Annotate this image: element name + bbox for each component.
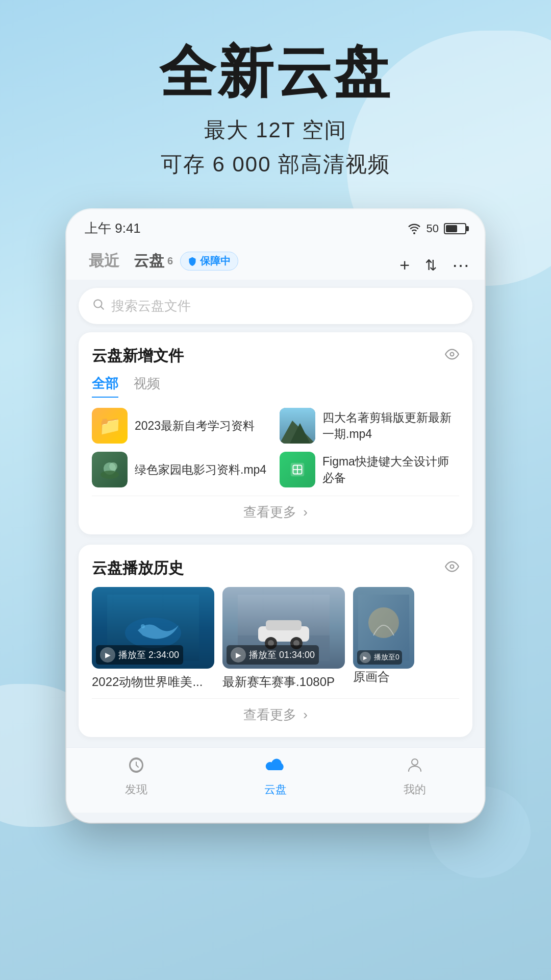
app-content: 最近 云盘 6 保障中 + ⇅ ⋯ [66,242,485,823]
history-item-1[interactable]: ▶ 播放至 2:34:00 2022动物世界唯美... [92,587,214,690]
new-files-card: 云盘新增文件 全部 视频 📁 2023最新自考学习资料 [79,332,472,534]
play-badge-1: ▶ 播放至 2:34:00 [96,645,183,665]
security-label: 保障中 [200,254,231,268]
history-thumb-1: ▶ 播放至 2:34:00 [92,587,214,669]
add-button[interactable]: + [399,255,410,275]
battery-icon [444,223,466,234]
file-item-1[interactable]: 📁 2023最新自考学习资料 [92,408,271,444]
progress-1: 播放至 2:34:00 [118,649,179,661]
history-video-title-2: 最新赛车赛事.1080P [222,674,345,690]
folder-icon: 📁 [92,408,128,444]
new-files-title: 云盘新增文件 [92,346,184,366]
hero-title: 全新云盘 [0,41,551,103]
cloud-nav-icon [264,756,287,779]
phone-mockup: 上午 9:41 50 最近 云盘 6 保障中 [66,209,485,823]
figma-icon [280,452,315,487]
hero-subtitle: 最大 12T 空间 可存 6 000 部高清视频 [0,113,551,181]
svg-point-25 [368,607,399,638]
search-icon [92,298,105,314]
svg-point-26 [412,759,418,765]
file-tabs: 全部 视频 [92,375,459,398]
status-bar: 上午 9:41 50 [66,209,485,242]
file-name-3: 绿色家园电影习资料.mp4 [135,461,266,478]
history-card: 云盘播放历史 [79,545,472,737]
svg-point-1 [450,353,454,356]
file-name-1: 2023最新自考学习资料 [135,418,255,434]
history-item-3[interactable]: ▶ 播放至0 原画合 [353,587,414,690]
history-title: 云盘播放历史 [92,558,184,579]
discover-icon [127,756,145,779]
nav-item-cloud[interactable]: 云盘 [206,756,345,797]
tab-cloud[interactable]: 云盘 6 保障中 [127,251,245,280]
sort-button[interactable]: ⇅ [425,257,437,274]
history-thumb-3: ▶ 播放至0 [353,587,414,669]
search-bar[interactable]: 搜索云盘文件 [79,288,472,324]
progress-2: 播放至 01:34:00 [249,649,315,661]
tab-recent[interactable]: 最近 [82,251,127,280]
file-item-2[interactable]: 四大名著剪辑版更新最新一期.mp4 [280,408,459,444]
file-name-4: Figma快捷键大全设计师必备 [322,453,459,486]
search-placeholder: 搜索云盘文件 [111,297,191,315]
play-btn-2: ▶ [231,647,246,663]
see-more-arrow: › [303,504,308,520]
history-see-more-arrow: › [303,707,308,722]
progress-3: 播放至0 [374,653,399,662]
tab-cloud-label: 云盘 [134,251,164,272]
file-grid: 📁 2023最新自考学习资料 [92,408,459,487]
cloud-badge: 6 [167,255,173,267]
bottom-nav: 发现 云盘 我的 [66,747,485,813]
nav-item-discover[interactable]: 发现 [66,756,206,797]
history-scroll: ▶ 播放至 2:34:00 2022动物世界唯美... [92,587,459,690]
svg-point-12 [450,565,454,569]
history-video-title-1: 2022动物世界唯美... [92,674,214,690]
history-eye-icon[interactable] [445,559,459,577]
history-thumb-2: ▶ 播放至 01:34:00 [222,587,345,669]
svg-point-6 [101,471,119,479]
file-tab-video[interactable]: 视频 [134,375,160,398]
hero-subtitle-line2: 可存 6 000 部高清视频 [0,147,551,181]
status-time: 上午 9:41 [85,219,141,237]
nav-label-discover: 发现 [125,782,147,797]
history-video-title-3: 原画合 [353,669,414,685]
svg-point-7 [109,462,117,471]
status-icons: 50 [407,222,466,235]
play-btn-3: ▶ [360,652,371,663]
history-item-2[interactable]: ▶ 播放至 01:34:00 最新赛车赛事.1080P [222,587,345,690]
wifi-icon [407,223,421,234]
profile-icon [406,756,424,779]
file-thumb-3 [92,452,128,487]
file-name-2: 四大名著剪辑版更新最新一期.mp4 [322,409,459,442]
play-btn-1: ▶ [100,647,115,663]
nav-label-profile: 我的 [404,782,426,797]
history-see-more[interactable]: 查看更多 › [92,698,459,732]
play-badge-2: ▶ 播放至 01:34:00 [227,645,319,665]
history-header: 云盘播放历史 [92,558,459,579]
security-badge: 保障中 [180,252,238,271]
new-files-header: 云盘新增文件 [92,346,459,366]
file-item-3[interactable]: 绿色家园电影习资料.mp4 [92,452,271,487]
play-badge-3: ▶ 播放至0 [357,650,402,665]
shield-icon [188,257,197,266]
file-item-4[interactable]: Figma快捷键大全设计师必备 [280,452,459,487]
hero-subtitle-line1: 最大 12T 空间 [0,113,551,147]
nav-item-profile[interactable]: 我的 [345,756,485,797]
new-files-see-more[interactable]: 查看更多 › [92,496,459,529]
nav-actions: + ⇅ ⋯ [399,255,469,276]
file-thumb-2 [280,408,315,444]
file-tab-all[interactable]: 全部 [92,375,118,398]
more-button[interactable]: ⋯ [452,255,469,276]
svg-rect-19 [266,620,302,630]
eye-icon[interactable] [445,347,459,365]
nav-tabs: 最近 云盘 6 保障中 + ⇅ ⋯ [66,242,485,280]
nav-label-cloud: 云盘 [264,782,287,797]
hero-section: 全新云盘 最大 12T 空间 可存 6 000 部高清视频 [0,41,551,181]
battery-level: 50 [427,222,439,235]
svg-point-15 [141,624,145,628]
